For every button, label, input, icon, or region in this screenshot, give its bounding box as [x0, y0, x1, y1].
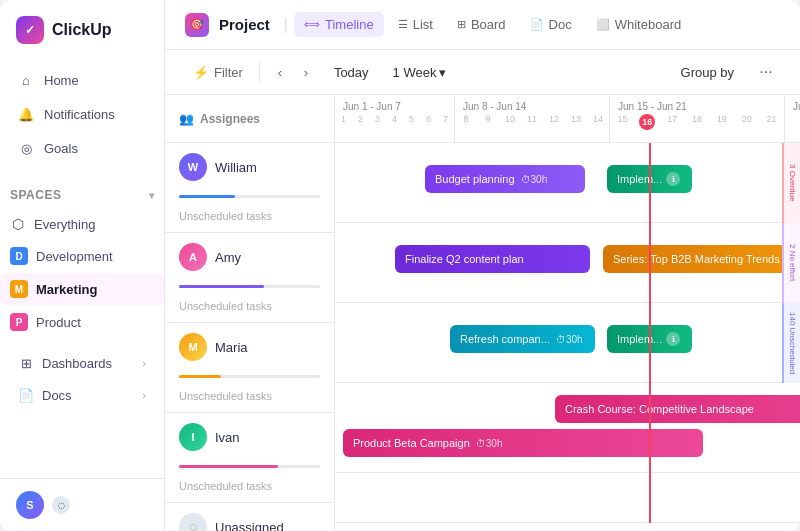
- task-time-maria: ⏱30h: [556, 334, 583, 345]
- day-20: 20: [734, 114, 759, 134]
- day-5: 5: [403, 114, 420, 128]
- week-block-1: Jun 1 - Jun 7 1 2 3 4 5 6 7: [335, 95, 455, 142]
- sidebar-item-goals[interactable]: ◎ Goals: [8, 132, 156, 164]
- sidebar: ✓ ClickUp ⌂ Home 🔔 Notifications ◎ Goals…: [0, 0, 165, 531]
- day-22: 22: [785, 114, 800, 128]
- task-label: Series: Top B2B Marketing Trends: [613, 253, 780, 265]
- day-3: 3: [369, 114, 386, 128]
- sidebar-item-dashboards[interactable]: ⊞ Dashboards ›: [8, 347, 156, 379]
- logo-text: ClickUp: [52, 21, 112, 39]
- assignee-row-amy: A Amy Unscheduled tasks: [165, 233, 334, 323]
- product-icon: P: [10, 313, 28, 331]
- tab-timeline-label: Timeline: [325, 17, 374, 32]
- gantt-row-ivan: Crash Course: Competitive Landscape Prod…: [335, 383, 800, 473]
- dashboards-chevron: ›: [142, 357, 146, 369]
- tab-timeline[interactable]: ⟺ Timeline: [294, 12, 384, 37]
- sidebar-footer: S ◌: [0, 478, 164, 531]
- day-11: 11: [521, 114, 543, 128]
- group-by-button[interactable]: Group by: [671, 61, 744, 84]
- assignee-name-amy: Amy: [215, 250, 241, 265]
- task-label: Implem...: [617, 333, 662, 345]
- unscheduled-william: Unscheduled tasks: [165, 206, 334, 232]
- week-label: 1 Week: [393, 65, 437, 80]
- logo-icon: ✓: [16, 16, 44, 44]
- dashboards-icon: ⊞: [18, 355, 34, 371]
- sidebar-item-home[interactable]: ⌂ Home: [8, 64, 156, 96]
- development-icon: D: [10, 247, 28, 265]
- gantt-row-unassigned: [335, 473, 800, 523]
- info-icon: ℹ: [666, 172, 680, 186]
- sidebar-item-docs[interactable]: 📄 Docs ›: [8, 379, 156, 411]
- docs-icon: 📄: [18, 387, 34, 403]
- project-title: Project: [219, 16, 270, 33]
- task-bar-finalize-q2[interactable]: Finalize Q2 content plan: [395, 245, 590, 273]
- task-bar-implement-william[interactable]: Implem... ℹ: [607, 165, 692, 193]
- tab-whiteboard[interactable]: ⬜ Whiteboard: [586, 12, 691, 37]
- gantt-row-amy: Finalize Q2 content plan Series: Top B2B…: [335, 223, 800, 303]
- sidebar-item-development[interactable]: D Development: [0, 240, 164, 272]
- day-16-today: 16: [635, 114, 660, 134]
- task-bar-crash-course[interactable]: Crash Course: Competitive Landscape: [555, 395, 800, 423]
- filter-icon: ⚡: [193, 65, 209, 80]
- sidebar-item-everything[interactable]: ⬡ Everything: [0, 209, 164, 239]
- day-15: 15: [610, 114, 635, 134]
- progress-bar-amy: [165, 281, 334, 296]
- docs-label: Docs: [42, 388, 72, 403]
- development-label: Development: [36, 249, 113, 264]
- assignee-info-ivan: I Ivan: [165, 413, 334, 461]
- avatar[interactable]: S: [16, 491, 44, 519]
- week-selector[interactable]: 1 Week ▾: [385, 61, 455, 84]
- task-bar-budget-planning[interactable]: Budget planning ⏱30h: [425, 165, 585, 193]
- day-8: 8: [455, 114, 477, 128]
- board-icon: ⊞: [457, 18, 466, 31]
- tab-list[interactable]: ☰ List: [388, 12, 443, 37]
- whiteboard-icon: ⬜: [596, 18, 610, 31]
- no-effort-label: 2 No effort: [782, 223, 800, 303]
- avatar-unassigned: ○: [179, 513, 207, 531]
- task-bar-refresh[interactable]: Refresh compan... ⏱30h: [450, 325, 595, 353]
- sidebar-item-product[interactable]: P Product: [0, 306, 164, 338]
- task-bar-implement-maria[interactable]: Implem... ℹ: [607, 325, 692, 353]
- assignee-name-william: William: [215, 160, 257, 175]
- assignees-label: Assignees: [200, 112, 260, 126]
- toolbar-right: Group by ···: [671, 58, 780, 86]
- day-labels-4: 22 23 24 25: [785, 114, 800, 128]
- sidebar-item-marketing[interactable]: M Marketing: [0, 273, 164, 305]
- assignee-info-maria: M Maria: [165, 323, 334, 371]
- top-bar: 🎯 Project | ⟺ Timeline ☰ List ⊞ Board 📄 …: [165, 0, 800, 50]
- filter-button[interactable]: ⚡ Filter: [185, 61, 251, 84]
- sidebar-notifications-label: Notifications: [44, 107, 115, 122]
- week-label-1: Jun 1 - Jun 7: [335, 95, 454, 114]
- task-bar-series-b2b[interactable]: Series: Top B2B Marketing Trends: [603, 245, 800, 273]
- sidebar-goals-label: Goals: [44, 141, 78, 156]
- chevron-down-icon: ▾: [149, 190, 155, 201]
- logo: ✓ ClickUp: [0, 16, 164, 60]
- day-17: 17: [660, 114, 685, 134]
- everything-icon: ⬡: [10, 216, 26, 232]
- project-icon: 🎯: [185, 13, 209, 37]
- task-label: Product Beta Campaign: [353, 437, 470, 449]
- day-6: 6: [420, 114, 437, 128]
- day-9: 9: [477, 114, 499, 128]
- day-2: 2: [352, 114, 369, 128]
- sidebar-nav: ⌂ Home 🔔 Notifications ◎ Goals: [0, 60, 164, 170]
- more-options-button[interactable]: ···: [752, 58, 780, 86]
- day-7: 7: [437, 114, 454, 128]
- tab-whiteboard-label: Whiteboard: [615, 17, 681, 32]
- week-block-2: Jun 8 - Jun 14 8 9 10 11 12 13 14: [455, 95, 610, 142]
- task-bar-product-beta[interactable]: Product Beta Campaign ⏱30h: [343, 429, 703, 457]
- assignee-row-maria: M Maria Unscheduled tasks: [165, 323, 334, 413]
- tab-board[interactable]: ⊞ Board: [447, 12, 516, 37]
- day-10: 10: [499, 114, 521, 128]
- next-button[interactable]: ›: [294, 60, 318, 84]
- spaces-header[interactable]: Spaces ▾: [0, 182, 164, 208]
- task-label: Refresh compan...: [460, 333, 550, 345]
- avatar-maria: M: [179, 333, 207, 361]
- assignee-row-william: W William Unscheduled tasks: [165, 143, 334, 233]
- tab-doc[interactable]: 📄 Doc: [520, 12, 582, 37]
- list-icon: ☰: [398, 18, 408, 31]
- sidebar-item-notifications[interactable]: 🔔 Notifications: [8, 98, 156, 130]
- task-label: Implem...: [617, 173, 662, 185]
- today-button[interactable]: Today: [326, 61, 377, 84]
- prev-button[interactable]: ‹: [268, 60, 292, 84]
